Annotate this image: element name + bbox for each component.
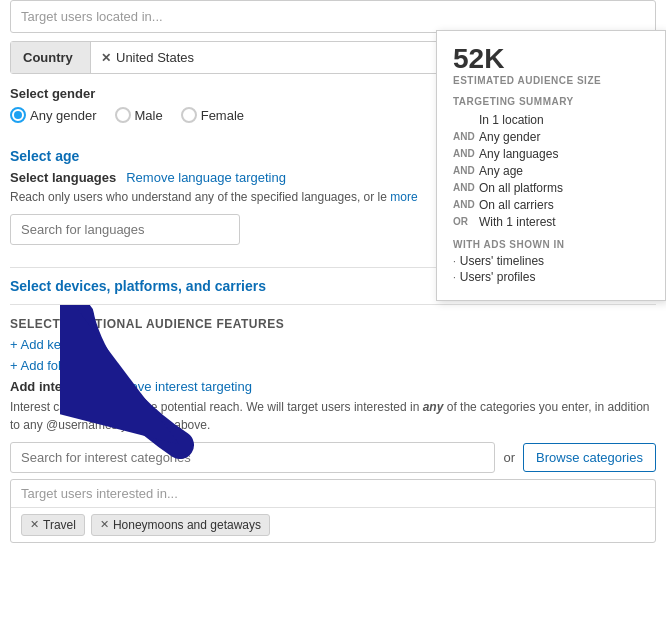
bullet-profiles-icon: · — [453, 272, 456, 283]
interest-tag-honeymoons[interactable]: ✕ Honeymoons and getaways — [91, 514, 270, 536]
interest-target-hint: Target users interested in... — [11, 480, 655, 508]
ads-shown-timelines-text: Users' timelines — [460, 254, 544, 268]
audience-size-label: ESTIMATED AUDIENCE SIZE — [453, 75, 649, 86]
summary-item-age: AND Any age — [453, 164, 649, 178]
interests-section: Add interests Remove interest targeting … — [10, 379, 656, 543]
summary-gender-text: Any gender — [479, 130, 540, 144]
ads-shown-timelines: · Users' timelines — [453, 254, 649, 268]
ads-shown-profiles: · Users' profiles — [453, 270, 649, 284]
country-value: United States — [116, 50, 194, 65]
country-tag: ✕ United States — [91, 45, 204, 70]
honeymoons-tag-remove-icon[interactable]: ✕ — [100, 518, 109, 531]
summary-conj-gender: AND — [453, 131, 475, 142]
summary-interest-text: With 1 interest — [479, 215, 556, 229]
divider-2 — [10, 304, 656, 305]
summary-item-gender: AND Any gender — [453, 130, 649, 144]
interest-target-box: Target users interested in... ✕ Travel ✕… — [10, 479, 656, 543]
summary-item-languages: AND Any languages — [453, 147, 649, 161]
radio-female-icon[interactable] — [181, 107, 197, 123]
honeymoons-tag-label: Honeymoons and getaways — [113, 518, 261, 532]
interests-header: Add interests Remove interest targeting — [10, 379, 656, 394]
search-interests-input[interactable] — [10, 442, 495, 473]
interests-heading: Add interests — [10, 379, 93, 394]
remove-language-link[interactable]: Remove language targeting — [126, 170, 286, 185]
summary-conj-location — [453, 114, 475, 125]
or-text: or — [503, 450, 515, 465]
country-label: Country — [11, 42, 91, 73]
bullet-timelines-icon: · — [453, 256, 456, 267]
targeting-summary-label: TARGETING SUMMARY — [453, 96, 649, 107]
gender-female-label: Female — [201, 108, 244, 123]
gender-any-label: Any gender — [30, 108, 97, 123]
additional-features-heading: SELECT ADDITIONAL AUDIENCE FEATURES — [10, 317, 656, 331]
ads-shown-profiles-text: Users' profiles — [460, 270, 536, 284]
interests-description: Interest categories increase potential r… — [10, 398, 656, 434]
summary-item-platforms: AND On all platforms — [453, 181, 649, 195]
radio-any-gender-icon[interactable] — [10, 107, 26, 123]
radio-male-icon[interactable] — [115, 107, 131, 123]
gender-any-option[interactable]: Any gender — [10, 107, 97, 123]
summary-conj-age: AND — [453, 165, 475, 176]
summary-item-location: In 1 location — [453, 113, 649, 127]
add-followers-link[interactable]: + Add followers — [10, 358, 656, 373]
summary-location-text: In 1 location — [479, 113, 544, 127]
more-link[interactable]: more — [390, 190, 417, 204]
ads-shown-label: WITH ADS SHOWN IN — [453, 239, 649, 250]
summary-item-interest: OR With 1 interest — [453, 215, 649, 229]
summary-carriers-text: On all carriers — [479, 198, 554, 212]
gender-female-option[interactable]: Female — [181, 107, 244, 123]
audience-card: 52K ESTIMATED AUDIENCE SIZE TARGETING SU… — [436, 30, 666, 301]
country-remove-icon[interactable]: ✕ — [101, 51, 111, 65]
interest-tags-row: ✕ Travel ✕ Honeymoons and getaways — [11, 508, 655, 542]
audience-size: 52K — [453, 45, 649, 73]
summary-conj-carriers: AND — [453, 199, 475, 210]
interest-tag-travel[interactable]: ✕ Travel — [21, 514, 85, 536]
summary-item-carriers: AND On all carriers — [453, 198, 649, 212]
languages-label: Select languages — [10, 170, 116, 185]
add-keywords-link[interactable]: + Add keywords — [10, 337, 656, 352]
travel-tag-remove-icon[interactable]: ✕ — [30, 518, 39, 531]
summary-platforms-text: On all platforms — [479, 181, 563, 195]
travel-tag-label: Travel — [43, 518, 76, 532]
summary-conj-platforms: AND — [453, 182, 475, 193]
summary-languages-text: Any languages — [479, 147, 558, 161]
summary-conj-interest: OR — [453, 216, 475, 227]
gender-male-label: Male — [135, 108, 163, 123]
target-users-input[interactable]: Target users located in... — [10, 0, 656, 33]
gender-male-option[interactable]: Male — [115, 107, 163, 123]
summary-conj-languages: AND — [453, 148, 475, 159]
summary-age-text: Any age — [479, 164, 523, 178]
interest-search-row: or Browse categories — [10, 442, 656, 473]
browse-categories-button[interactable]: Browse categories — [523, 443, 656, 472]
search-languages-input[interactable] — [10, 214, 240, 245]
remove-interest-link[interactable]: Remove interest targeting — [103, 379, 252, 394]
